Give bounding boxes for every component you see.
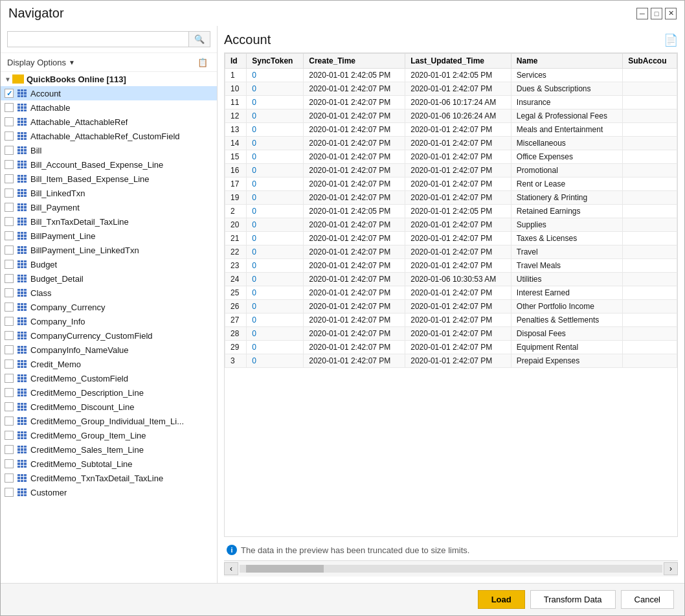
checkbox-company_currency[interactable]: [5, 302, 14, 312]
tree-item-billpayment_line[interactable]: BillPayment_Line: [1, 229, 217, 243]
checkbox-bill_item_based_expense_line[interactable]: [5, 174, 14, 183]
checkbox-bill_payment[interactable]: [5, 203, 14, 212]
window-controls: ─ □ ✕: [636, 8, 677, 19]
cell-updated: 2020-01-01 2:42:07 PM: [405, 341, 511, 354]
tree-item-creditmemo_sales_item_line[interactable]: CreditMemo_Sales_Item_Line: [1, 442, 217, 457]
tree-item-creditmemo_group_item_line[interactable]: CreditMemo_Group_Item_Line: [1, 428, 217, 442]
checkbox-attachable_attachableref[interactable]: [5, 117, 14, 126]
table-icon-creditmemo_subtotal_line: [16, 459, 28, 468]
search-input[interactable]: [7, 31, 189, 47]
tree-item-bill[interactable]: Bill: [1, 143, 217, 157]
checkbox-budget_detail[interactable]: [5, 274, 14, 283]
cell-create: 2020-01-01 2:42:07 PM: [304, 218, 405, 232]
cancel-button[interactable]: Cancel: [621, 590, 674, 609]
tree-item-credit_memo[interactable]: Credit_Memo: [1, 357, 217, 371]
checkbox-billpayment_line_linkedtxn[interactable]: [5, 245, 14, 255]
checkbox-creditmemo_description_line[interactable]: [5, 388, 14, 397]
tree-item-attachable_attachableref[interactable]: Attachable_AttachableRef: [1, 115, 217, 129]
cell-sync: 0: [247, 286, 304, 300]
table-row: 1402020-01-01 2:42:07 PM2020-01-01 2:42:…: [225, 137, 677, 150]
checkbox-creditmemo_group_item_line[interactable]: [5, 431, 14, 440]
checkbox-class[interactable]: [5, 288, 14, 297]
tree-item-customer[interactable]: Customer: [1, 485, 217, 499]
checkbox-attachable[interactable]: [5, 103, 14, 112]
tree-item-class[interactable]: Class: [1, 286, 217, 300]
tree-root[interactable]: ▼ QuickBooks Online [113]: [1, 72, 217, 86]
tree-label-credit_memo: Credit_Memo: [30, 359, 81, 369]
tree-item-company_currency[interactable]: Company_Currency: [1, 300, 217, 314]
cell-sync: 0: [247, 314, 304, 327]
tree-item-bill_payment[interactable]: Bill_Payment: [1, 200, 217, 214]
restore-button[interactable]: □: [651, 8, 662, 19]
checkbox-creditmemo_discount_line[interactable]: [5, 402, 14, 411]
checkbox-credit_memo[interactable]: [5, 359, 14, 369]
checkbox-billpayment_line[interactable]: [5, 231, 14, 240]
add-to-report-button[interactable]: 📋: [195, 56, 210, 69]
search-button[interactable]: 🔍: [189, 31, 210, 47]
tree-item-billpayment_line_linkedtxn[interactable]: BillPayment_Line_LinkedTxn: [1, 243, 217, 257]
close-button[interactable]: ✕: [665, 8, 677, 19]
load-button[interactable]: Load: [478, 590, 525, 609]
tree-item-companyinfo_namevalue[interactable]: CompanyInfo_NameValue: [1, 343, 217, 357]
minimize-button[interactable]: ─: [636, 8, 648, 19]
checkbox-creditmemo_subtotal_line[interactable]: [5, 459, 14, 468]
tree-label-creditmemo_txntaxdetail_taxline: CreditMemo_TxnTaxDetail_TaxLine: [30, 473, 163, 483]
checkbox-bill_linkedtxn[interactable]: [5, 188, 14, 198]
checkbox-customer[interactable]: [5, 488, 14, 497]
tree-item-bill_item_based_expense_line[interactable]: Bill_Item_Based_Expense_Line: [1, 172, 217, 186]
tree-item-attachable_attachableref_customfield[interactable]: Attachable_AttachableRef_CustomField: [1, 129, 217, 143]
tree-item-company_info[interactable]: Company_Info: [1, 314, 217, 328]
scroll-right-button[interactable]: ›: [664, 562, 678, 575]
transform-data-button[interactable]: Transform Data: [530, 590, 616, 609]
cell-updated: 2020-01-01 2:42:07 PM: [405, 164, 511, 177]
display-options-button[interactable]: Display Options ▼: [7, 58, 75, 67]
tree-item-companycurrency_customfield[interactable]: CompanyCurrency_CustomField: [1, 328, 217, 343]
col-header-name: Name: [511, 54, 622, 69]
cell-updated: 2020-01-01 2:42:07 PM: [405, 218, 511, 232]
checkbox-bill[interactable]: [5, 146, 14, 155]
tree-label-creditmemo_group_item_line: CreditMemo_Group_Item_Line: [30, 431, 146, 440]
checkbox-bill_account_based_expense_line[interactable]: [5, 160, 14, 169]
tree-item-bill_account_based_expense_line[interactable]: Bill_Account_Based_Expense_Line: [1, 157, 217, 172]
tree-item-creditmemo_group_individual_item_li[interactable]: CreditMemo_Group_Individual_Item_Li...: [1, 414, 217, 428]
checkbox-creditmemo_group_individual_item_li[interactable]: [5, 416, 14, 426]
scroll-left-button[interactable]: ‹: [224, 562, 238, 575]
tree-item-account[interactable]: Account: [1, 86, 217, 100]
tree-item-attachable[interactable]: Attachable: [1, 100, 217, 115]
tree-item-creditmemo_customfield[interactable]: CreditMemo_CustomField: [1, 371, 217, 385]
horizontal-scrollbar[interactable]: ‹ ›: [224, 560, 678, 576]
cell-updated: 2020-01-01 2:42:07 PM: [405, 245, 511, 259]
cell-id: 27: [225, 314, 247, 327]
cell-id: 11: [225, 96, 247, 109]
checkbox-creditmemo_customfield[interactable]: [5, 374, 14, 383]
checkbox-companycurrency_customfield[interactable]: [5, 331, 14, 340]
cell-name: Travel Meals: [511, 259, 622, 273]
checkbox-attachable_attachableref_customfield[interactable]: [5, 131, 14, 141]
tree-item-creditmemo_txntaxdetail_taxline[interactable]: CreditMemo_TxnTaxDetail_TaxLine: [1, 471, 217, 485]
scroll-track[interactable]: [240, 565, 662, 573]
checkbox-companyinfo_namevalue[interactable]: [5, 345, 14, 354]
checkbox-budget[interactable]: [5, 260, 14, 269]
tree-item-budget[interactable]: Budget: [1, 257, 217, 271]
tree-item-bill_linkedtxn[interactable]: Bill_LinkedTxn: [1, 186, 217, 200]
tree-area[interactable]: ▼ QuickBooks Online [113] AccountAttacha…: [1, 72, 217, 583]
cell-create: 2020-01-01 2:42:07 PM: [304, 314, 405, 327]
checkbox-account[interactable]: [5, 89, 14, 98]
tree-item-bill_txntaxdetail_taxline[interactable]: Bill_TxnTaxDetail_TaxLine: [1, 214, 217, 229]
data-table-container[interactable]: IdSyncTokenCreate_TimeLast_Updated_TimeN…: [224, 52, 678, 537]
cell-subaccount: [623, 354, 677, 368]
cell-create: 2020-01-01 2:42:07 PM: [304, 300, 405, 314]
checkbox-creditmemo_sales_item_line[interactable]: [5, 445, 14, 454]
checkbox-bill_txntaxdetail_taxline[interactable]: [5, 217, 14, 226]
cell-sync: 0: [247, 96, 304, 109]
cell-create: 2020-01-01 2:42:07 PM: [304, 123, 405, 137]
checkbox-creditmemo_txntaxdetail_taxline[interactable]: [5, 473, 14, 483]
tree-item-budget_detail[interactable]: Budget_Detail: [1, 271, 217, 286]
tree-label-billpayment_line: BillPayment_Line: [30, 231, 95, 241]
tree-item-creditmemo_description_line[interactable]: CreditMemo_Description_Line: [1, 385, 217, 400]
cell-name: Disposal Fees: [511, 327, 622, 341]
tree-item-creditmemo_subtotal_line[interactable]: CreditMemo_Subtotal_Line: [1, 457, 217, 471]
tree-item-creditmemo_discount_line[interactable]: CreditMemo_Discount_Line: [1, 400, 217, 414]
scroll-thumb[interactable]: [246, 565, 324, 573]
checkbox-company_info[interactable]: [5, 317, 14, 326]
